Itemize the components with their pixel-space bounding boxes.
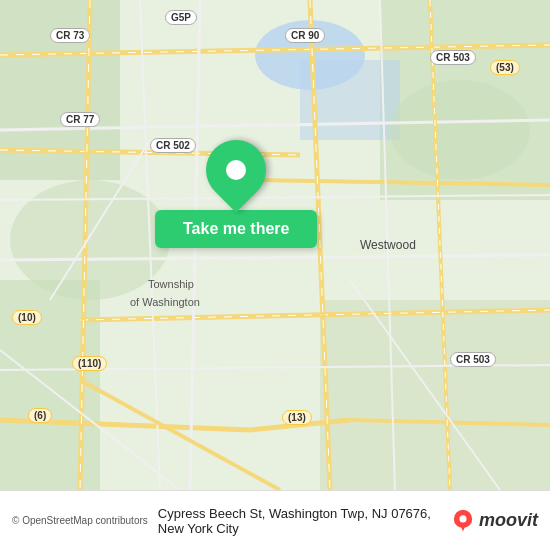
osm-attribution: © OpenStreetMap contributors	[12, 515, 148, 526]
road-label-cr503b: CR 503	[450, 352, 496, 367]
road-label-110: (110)	[72, 356, 107, 371]
bottom-bar: © OpenStreetMap contributors Cypress Bee…	[0, 490, 550, 550]
svg-point-38	[459, 515, 466, 522]
map-label-township: Township	[148, 278, 194, 290]
road-label-cr503: CR 503	[430, 50, 476, 65]
road-label-cr77: CR 77	[60, 112, 100, 127]
road-label-6: (6)	[28, 408, 52, 423]
moovit-pin-icon	[451, 509, 475, 533]
moovit-logo: moovit	[451, 509, 538, 533]
road-label-13: (13)	[282, 410, 312, 425]
map-label-of-washington: of Washington	[130, 296, 200, 308]
pin-inner	[226, 160, 246, 180]
button-overlay: Take me there	[155, 140, 317, 248]
take-me-there-button[interactable]: Take me there	[155, 210, 317, 248]
location-pin	[194, 128, 279, 213]
map-container: CR 73 G5P CR 90 CR 503 (53) CR 77 CR 502…	[0, 0, 550, 490]
road-label-g5p: G5P	[165, 10, 197, 25]
road-label-cr90: CR 90	[285, 28, 325, 43]
map-label-westwood: Westwood	[360, 238, 416, 252]
svg-rect-5	[320, 300, 550, 490]
road-label-cr73: CR 73	[50, 28, 90, 43]
moovit-brand-text: moovit	[479, 510, 538, 531]
location-text: Cypress Beech St, Washington Twp, NJ 076…	[158, 506, 451, 536]
road-label-53: (53)	[490, 60, 520, 75]
svg-point-7	[390, 80, 530, 180]
road-label-10: (10)	[12, 310, 42, 325]
